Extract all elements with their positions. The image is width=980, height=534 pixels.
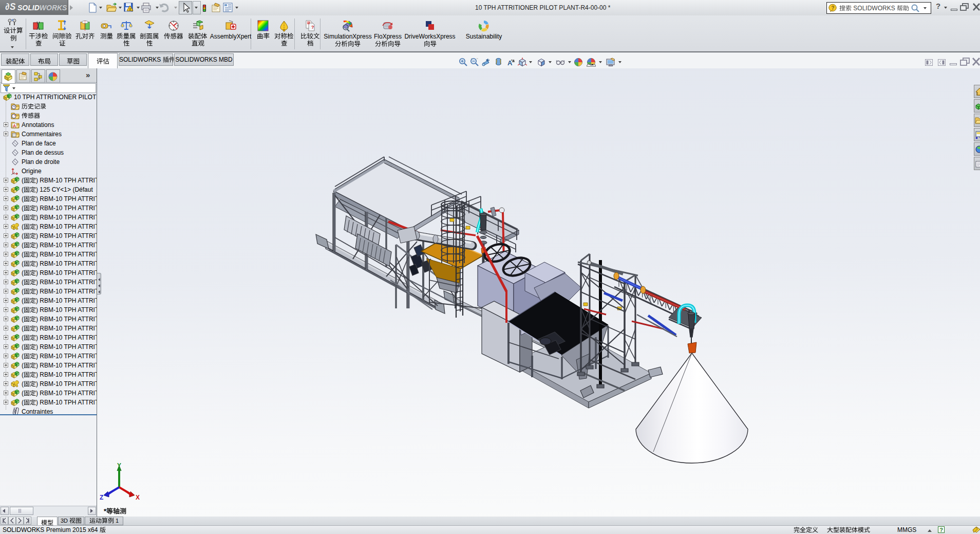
svg-text:?: ? bbox=[311, 25, 314, 30]
svg-text:Y: Y bbox=[117, 463, 121, 469]
svg-text:?: ? bbox=[831, 5, 834, 11]
svg-text:Z: Z bbox=[100, 494, 103, 501]
svg-text:X: X bbox=[136, 494, 140, 501]
svg-text:A: A bbox=[13, 123, 16, 128]
svg-text:!: ! bbox=[129, 7, 131, 12]
